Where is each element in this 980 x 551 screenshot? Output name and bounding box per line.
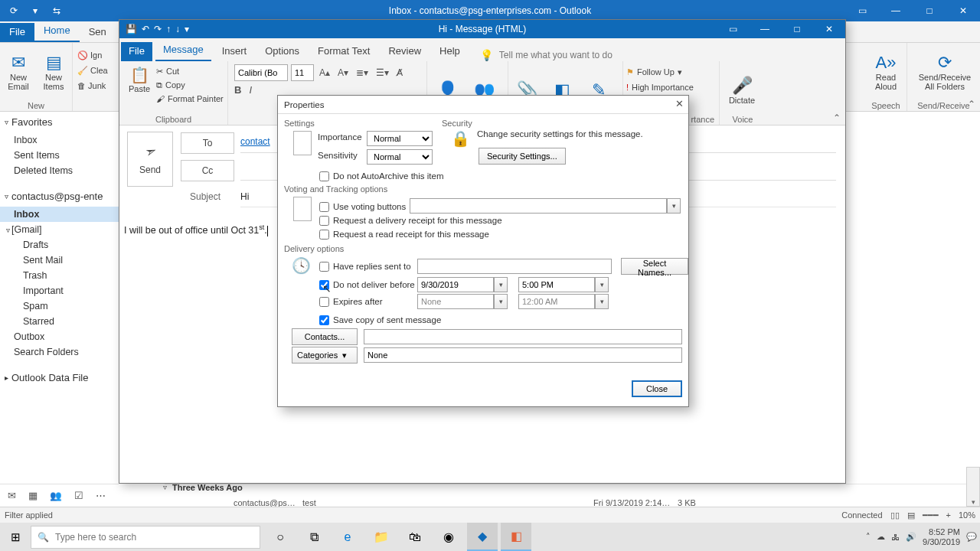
redo-icon[interactable]: ↷ (154, 24, 162, 34)
view-reading-icon[interactable]: ▤ (907, 510, 915, 520)
nav-drafts[interactable]: Drafts (0, 237, 119, 253)
close-button[interactable]: ✕ (946, 5, 980, 16)
expires-date[interactable] (417, 294, 494, 309)
zoom-in-button[interactable]: + (946, 510, 951, 520)
qat-prev-icon[interactable]: ↑ (166, 24, 171, 34)
nav-deleted-items[interactable]: Deleted Items (0, 163, 119, 178)
high-importance-button[interactable]: !High Importance (626, 80, 694, 95)
new-items-button[interactable]: ▤ New Items (37, 47, 70, 96)
tell-me-search[interactable]: 💡 Tell me what you want to do (480, 49, 612, 61)
not-before-date[interactable] (417, 277, 494, 292)
clear-format-button[interactable]: A̸ (394, 67, 405, 78)
tray-up-icon[interactable]: ˄ (866, 532, 871, 542)
close-button[interactable]: ✕ (675, 98, 684, 109)
save-copy-checkbox[interactable]: Save copy of sent message (319, 313, 441, 327)
calendar-icon[interactable]: ▦ (28, 490, 38, 501)
network-icon[interactable]: 🖧 (891, 533, 900, 542)
tab-file[interactable]: File (0, 23, 34, 42)
chevron-down-icon[interactable]: ▾ (494, 294, 508, 309)
send-receive-button[interactable]: ⟳ Send/Receive All Folders (915, 47, 975, 96)
ribbon-display-icon[interactable]: ▭ (717, 24, 749, 34)
nav-inbox[interactable]: Inbox (0, 132, 119, 148)
data-file-header[interactable]: ▸Outlook Data File (0, 367, 119, 388)
shrink-font-button[interactable]: A▾ (335, 67, 351, 78)
delivery-receipt-checkbox[interactable]: Request a delivery receipt for this mess… (319, 214, 502, 227)
nav-search-folders[interactable]: Search Folders (0, 344, 119, 360)
nav-sent-mail[interactable]: Sent Mail (0, 253, 119, 268)
cleanup-button[interactable]: 🧹 Clea (77, 63, 108, 78)
start-button[interactable]: ⊞ (0, 530, 31, 544)
account-header[interactable]: ▿contactus@psg-ente (0, 186, 119, 207)
scrollbar[interactable]: ▾ (966, 467, 980, 507)
more-icon[interactable]: ⋯ (96, 490, 106, 501)
outlook-taskbar-icon[interactable]: ◆ (467, 523, 498, 551)
select-names-button[interactable]: Select Names... (621, 258, 688, 275)
minimize-button[interactable]: — (749, 24, 781, 34)
replies-checkbox[interactable]: Have replies sent to (319, 259, 411, 273)
minimize-button[interactable]: — (879, 5, 913, 16)
chevron-down-icon[interactable]: ▾ (494, 277, 508, 292)
voting-combo[interactable] (410, 198, 667, 214)
nav-spam[interactable]: Spam (0, 298, 119, 314)
junk-button[interactable]: 🗑 Junk (77, 78, 108, 93)
dictate-button[interactable]: 🎤 Dictate (724, 66, 760, 115)
nav-trash[interactable]: Trash (0, 268, 119, 283)
favorites-header[interactable]: ▿Favorites (0, 112, 119, 132)
cortana-icon[interactable]: ○ (265, 523, 296, 551)
zoom-out-button[interactable]: ━━━ (923, 510, 939, 520)
onedrive-icon[interactable]: ☁ (877, 532, 885, 542)
ignore-button[interactable]: 🚫 Ign (77, 47, 108, 63)
nav-starred[interactable]: Starred (0, 314, 119, 329)
to-button[interactable]: To (181, 132, 234, 154)
qat-dropdown-icon[interactable]: ▾ (28, 5, 43, 16)
chevron-down-icon[interactable]: ▾ (595, 294, 609, 309)
send-button[interactable]: ➣ Send (127, 132, 173, 187)
importance-select[interactable]: Normal (367, 131, 433, 146)
message-body[interactable]: I will be out of office until Oct 31st. (124, 223, 268, 236)
task-view-icon[interactable]: ⧉ (299, 523, 329, 551)
explorer-icon[interactable]: 📁 (366, 523, 397, 551)
nav-sent-items[interactable]: Sent Items (0, 148, 119, 163)
close-dialog-button[interactable]: Close (632, 380, 682, 397)
view-normal-icon[interactable]: ▯▯ (890, 510, 900, 520)
bold-button[interactable]: B (234, 84, 241, 96)
read-aloud-button[interactable]: A» Read Aloud (870, 47, 902, 96)
collapse-ribbon-icon[interactable]: ⌃ (833, 112, 841, 123)
snagit-taskbar-icon[interactable]: ◧ (501, 523, 531, 551)
maximize-button[interactable]: □ (913, 5, 946, 16)
undo-icon[interactable]: ↶ (142, 24, 149, 34)
format-painter-button[interactable]: 🖌Format Painter (156, 92, 224, 106)
taskbar-search[interactable]: 🔍 Type here to search (31, 526, 260, 549)
maximize-button[interactable]: □ (781, 24, 813, 34)
italic-button[interactable]: I (249, 84, 252, 96)
tab-message[interactable]: Message (155, 41, 211, 61)
categories-button[interactable]: Categories ▾ (292, 347, 358, 364)
read-receipt-checkbox[interactable]: Request a read receipt for this message (319, 227, 489, 241)
contacts-button[interactable]: Contacts... (292, 328, 358, 345)
sensitivity-select[interactable]: Normal (367, 149, 433, 165)
cut-button[interactable]: ✂Cut (156, 64, 224, 78)
qat-refresh-icon[interactable]: ⟳ (6, 5, 21, 16)
volume-icon[interactable]: 🔊 (906, 532, 916, 542)
follow-up-button[interactable]: ⚑Follow Up ▾ (626, 64, 694, 80)
people-icon[interactable]: 👥 (50, 490, 62, 501)
collapse-ribbon-icon[interactable]: ⌃ (968, 99, 975, 109)
font-size-combo[interactable] (291, 64, 314, 81)
new-email-button[interactable]: ✉ New Email (3, 47, 34, 96)
taskbar-clock[interactable]: 8:52 PM 9/30/2019 (923, 527, 960, 547)
tab-review[interactable]: Review (381, 42, 429, 61)
tab-format-text[interactable]: Format Text (310, 42, 377, 61)
mail-icon[interactable]: ✉ (8, 490, 16, 501)
tab-help[interactable]: Help (432, 42, 468, 61)
tab-home[interactable]: Home (34, 21, 80, 42)
security-settings-button[interactable]: Security Settings... (479, 148, 566, 165)
tab-options[interactable]: Options (257, 42, 307, 61)
copy-button[interactable]: ⧉Copy (156, 78, 224, 92)
contacts-field[interactable] (364, 329, 682, 344)
font-name-combo[interactable] (234, 64, 288, 81)
replies-field[interactable] (417, 259, 612, 274)
tab-insert[interactable]: Insert (214, 42, 255, 61)
expires-checkbox[interactable]: Expires after (319, 295, 383, 308)
autoarchive-checkbox[interactable]: Do not AutoArchive this item (319, 169, 443, 183)
expires-time[interactable] (518, 294, 595, 309)
